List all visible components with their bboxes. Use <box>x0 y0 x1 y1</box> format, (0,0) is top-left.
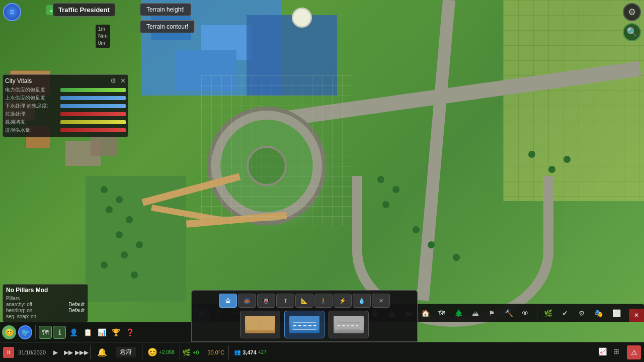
speed-play[interactable]: ▶ <box>49 346 61 358</box>
tool-landscape[interactable]: ⛰ <box>468 306 483 321</box>
citizen-icon[interactable]: 😊 <box>2 325 16 339</box>
toolbar-separator <box>35 325 36 339</box>
road-concrete-preview <box>334 316 364 333</box>
vitals-electricity-label: 电力供应的饱足度: <box>5 86 60 94</box>
vitals-garbage-label: 垃圾处理: <box>5 111 60 118</box>
terrain-height-button[interactable]: Terrain height! <box>140 3 191 16</box>
tool-mods[interactable]: 🔨 <box>501 306 516 321</box>
tool-ecology[interactable]: 🌿 <box>540 306 555 321</box>
road-option-highway[interactable] <box>284 311 325 338</box>
advisor-button[interactable]: 👤 <box>67 326 80 339</box>
road-tab-water[interactable]: 💧 <box>353 294 371 308</box>
road-tab-slope[interactable]: 📐 <box>295 294 313 308</box>
alert-button[interactable]: ⚠ <box>627 345 641 359</box>
bending-label: bending: on <box>6 308 32 313</box>
help-button[interactable]: ❓ <box>123 326 136 339</box>
esc-label: ✕ <box>634 312 639 319</box>
vitals-garbage-row: 垃圾处理: <box>5 111 126 118</box>
road-tab-elevated[interactable]: ⬆ <box>276 294 294 308</box>
tool-zones[interactable]: 🏠 <box>418 306 433 321</box>
vitals-water2-row: 堤坝供水量: <box>5 127 126 134</box>
city-vitals-close[interactable]: ✕ <box>120 77 126 84</box>
vitals-sewage-label: 下水处理 的饱足度: <box>5 103 60 110</box>
info-view-button[interactable]: ℹ <box>53 326 66 339</box>
vitals-water-bar <box>60 96 126 100</box>
tool-white-square[interactable]: ⬜ <box>609 306 624 321</box>
settings-button[interactable]: ⚙ <box>623 3 641 21</box>
tree <box>116 196 123 203</box>
speed-faster[interactable]: ▶▶▶ <box>75 346 88 358</box>
vitals-traffic-label: 株拥堵度: <box>5 119 60 126</box>
tool-settings2[interactable]: ⚙ <box>574 306 589 321</box>
main-menu-button[interactable]: ≡ <box>3 3 21 21</box>
tool-theme[interactable]: 👁 <box>518 306 533 321</box>
road-tab-road[interactable]: 🛣 <box>219 294 237 308</box>
tool-disasters[interactable]: ⚑ <box>485 306 500 321</box>
escape-button[interactable]: ✕ <box>629 309 644 322</box>
road-tab-close[interactable]: ✕ <box>372 294 390 308</box>
happiness-delta: +2,068 <box>159 349 175 355</box>
pause-button[interactable]: ⏸ <box>3 347 14 358</box>
tool-events[interactable]: 🎭 <box>591 306 606 321</box>
chart-button[interactable]: 📈 <box>596 345 610 359</box>
chirper-button[interactable]: 🐦 <box>18 325 32 339</box>
road-option-gravel[interactable] <box>240 311 280 338</box>
tool-separator-2 <box>537 306 537 320</box>
vitals-electricity-row: 电力供应的饱足度: <box>5 86 126 94</box>
tree <box>131 272 138 279</box>
speed-fast[interactable]: ▶▶ <box>62 346 74 358</box>
road-tab-pedestrian[interactable]: 🚶 <box>314 294 333 308</box>
vitals-water2-bar <box>60 128 126 132</box>
minimap-button[interactable]: 🗺 <box>39 326 52 339</box>
tool-district[interactable]: 🗺 <box>434 306 449 321</box>
road-option-concrete[interactable] <box>329 311 369 338</box>
anarchy-value: Default <box>68 302 85 307</box>
grid-icon: ⊞ <box>613 347 623 357</box>
tree <box>106 206 113 213</box>
road-tab-tunnel[interactable]: 🚇 <box>257 294 275 308</box>
city-vitals-settings[interactable]: ⚙ <box>110 77 116 84</box>
no-pillars-mod-panel: No Pillars Mod Pillars anarchy: off Defa… <box>3 284 88 322</box>
seg-info: 1mNrm0m <box>98 26 108 47</box>
population-display: 👥 3,474 +27 <box>234 349 267 355</box>
status-separator-1 <box>90 345 91 359</box>
achievements-button[interactable]: 🏆 <box>109 326 122 339</box>
bending-row: bending: on Default <box>6 308 85 313</box>
env-icon: 🌿 <box>182 348 191 356</box>
tree <box>453 254 460 261</box>
highway-road-svg <box>291 317 318 332</box>
tree <box>126 216 133 223</box>
tree <box>413 226 420 233</box>
anarchy-row: anarchy: off Default <box>6 302 85 307</box>
vitals-sewage-bar <box>60 104 126 108</box>
terrain-contour-button[interactable]: Terrain contour! <box>140 20 195 33</box>
zoom-button[interactable]: 🔍 <box>623 23 641 41</box>
notification-button[interactable]: 🔔 <box>95 345 109 359</box>
city-vitals-panel: City Vitals ⚙ ✕ 电力供应的饱足度: 上水供应的饱足度: 下水处理… <box>3 74 128 137</box>
road-highway-preview <box>289 316 319 333</box>
status-separator-4 <box>203 345 203 359</box>
road-options <box>195 311 414 338</box>
road-segment-indicator: 1mNrm0m <box>96 25 110 48</box>
policies-button[interactable]: 📋 <box>81 326 94 339</box>
temperature-display: 30.0°C <box>205 349 226 355</box>
tool-check[interactable]: ✔ <box>557 306 573 321</box>
city-name-display: 君府 <box>116 347 136 357</box>
population-icon: 👥 <box>234 349 241 355</box>
road-tab-power[interactable]: ⚡ <box>334 294 352 308</box>
grid-overlay <box>201 75 352 226</box>
tool-parks[interactable]: 🌲 <box>451 306 466 321</box>
tree <box>528 151 535 158</box>
alert-icon: ⚠ <box>631 348 637 356</box>
notification-container: 🔔 <box>95 345 110 359</box>
env-stat: +0 <box>193 349 199 355</box>
statistics-button[interactable]: 📊 <box>95 326 108 339</box>
tree <box>392 186 399 193</box>
traffic-president-button[interactable]: Traffic President <box>53 3 115 17</box>
vitals-water-label: 上水供应的饱足度: <box>5 95 60 102</box>
road-tab-bridge[interactable]: 🌉 <box>238 294 256 308</box>
city-vitals-header: City Vitals ⚙ ✕ <box>5 77 126 84</box>
tree <box>428 241 435 248</box>
status-separator-3 <box>180 345 180 359</box>
grid-view-button[interactable]: ⊞ <box>611 345 625 359</box>
